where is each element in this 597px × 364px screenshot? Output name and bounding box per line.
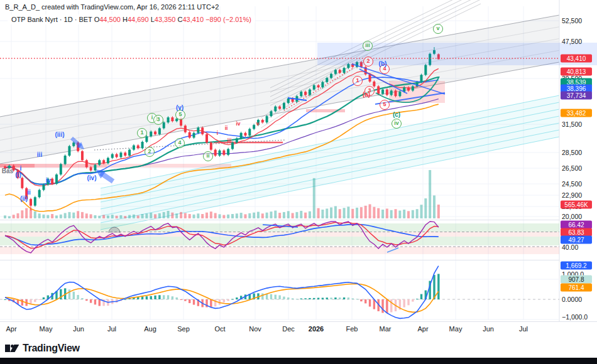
time-axis-border [0, 321, 597, 322]
ohlc-close: C43,410 [177, 16, 204, 23]
wave-label: 3 [153, 115, 163, 125]
time-axis-label: Mar [380, 325, 392, 333]
ohlc-high: H44,690 [123, 16, 149, 23]
price-axis-label: 22,900 [562, 191, 582, 199]
wave-label: 5 [380, 100, 390, 110]
ohlc-open: O44,500 [94, 16, 121, 23]
tradingview-logo-text: TradingView [23, 343, 80, 354]
change-value: −890 (−2.01%) [205, 16, 251, 23]
tradingview-logo[interactable]: TradingView [5, 342, 80, 355]
wave-label: i [217, 130, 218, 136]
price-axis-label: −1,000.0 [562, 313, 588, 321]
time-axis-label: Jul [107, 325, 116, 333]
price-badge: 40,813 [561, 68, 592, 76]
symbol-legend[interactable]: OTP Bank Nyrt · 1D · BET O44,500 H44,690… [8, 14, 255, 24]
wave-label: 4 [175, 138, 185, 148]
wave-label: iv [236, 120, 240, 127]
macd-panel [0, 266, 559, 319]
exchange: BET [79, 16, 92, 23]
wave-label: iv [392, 119, 402, 129]
price-axis-label: 24,500 [562, 180, 582, 188]
time-axis-label: Oct [214, 325, 225, 333]
price-axis-label: 31,500 [562, 120, 582, 128]
symbol-name: OTP Bank Nyrt [11, 16, 58, 23]
time-axis-label: Dec [282, 325, 295, 333]
price-badge: 49.27 [561, 236, 592, 244]
wave-label: (iv) [87, 174, 97, 181]
time-axis-label: May [40, 325, 53, 333]
price-axis-label: 28,500 [562, 149, 582, 156]
wave-label: (i) [15, 171, 21, 178]
price-badge: 33,482 [561, 109, 592, 117]
time-axis-label: Jul [519, 325, 528, 333]
panel-separator[interactable] [0, 260, 559, 260]
time-axis-label: Apr [417, 325, 428, 333]
wave-label: 2 [145, 147, 155, 157]
price-badge: 565.46K [561, 201, 592, 209]
time-axis-label: Sep [177, 325, 190, 333]
time-axis-label: Nov [249, 325, 261, 333]
price-axis-label: 0.0000 [562, 296, 582, 303]
wave-label: iii [227, 137, 231, 144]
price-badge: 907.8 [561, 276, 592, 284]
timeframe: 1D [64, 16, 73, 23]
price-badge: 1,669.2 [561, 262, 592, 270]
time-axis-label: Jun [73, 325, 84, 333]
credit-line: B_R_A_D_ created with TradingView.com, A… [5, 3, 219, 11]
separator-dot: · [60, 16, 62, 23]
wave-label: v [433, 24, 443, 34]
wave-label: ii [203, 151, 213, 161]
price-badge: 43,410 [561, 55, 592, 63]
wave-label: (iii) [55, 131, 65, 138]
price-axis-label: 40.00 [562, 244, 578, 251]
wave-label: 1 [353, 76, 363, 86]
wave-label: 2 [363, 56, 373, 67]
separator-dot: · [75, 16, 77, 23]
price-badge: 37,734 [561, 92, 592, 100]
tradingview-chart-page: B_R_A_D_ created with TradingView.com, A… [0, 0, 597, 364]
wave-label: iii [37, 151, 42, 158]
wave-label: (b) [379, 60, 387, 67]
wave-label: v [256, 120, 260, 127]
wave-label: (v) [176, 104, 183, 111]
wave-label: iii [363, 41, 373, 51]
time-axis-label: Aug [144, 325, 156, 333]
time-axis-label: 2026 [309, 325, 324, 333]
price-badge: 761.4 [561, 284, 592, 292]
chart-canvas[interactable] [0, 0, 597, 321]
wave-label: (a) [363, 91, 370, 98]
ohlc-low: L43,350 [151, 16, 176, 23]
price-axis-label: 52,500 [562, 17, 582, 24]
panel-separator[interactable] [0, 220, 559, 220]
price-axis-label: 20,000 [562, 213, 582, 220]
wave-label: (ii) [20, 195, 28, 202]
tradingview-logo-icon [5, 342, 19, 355]
wave-label: iv [46, 177, 51, 184]
wave-label: ii [225, 125, 228, 131]
bottom-black-bar [0, 358, 597, 364]
time-axis-label: May [449, 325, 463, 333]
rsi-panel [0, 222, 559, 254]
wave-label: 1 [137, 128, 147, 138]
price-axis-label: 47,500 [562, 38, 582, 45]
wave-label: 5 [175, 110, 185, 120]
time-axis-label: Feb [346, 325, 358, 333]
time-axis-label: Apr [6, 325, 16, 333]
wave-label: (c) [393, 111, 400, 118]
price-axis-label: 26,500 [562, 164, 582, 172]
wave-label: Bás [2, 168, 13, 174]
time-axis-label: Jun [483, 325, 494, 333]
